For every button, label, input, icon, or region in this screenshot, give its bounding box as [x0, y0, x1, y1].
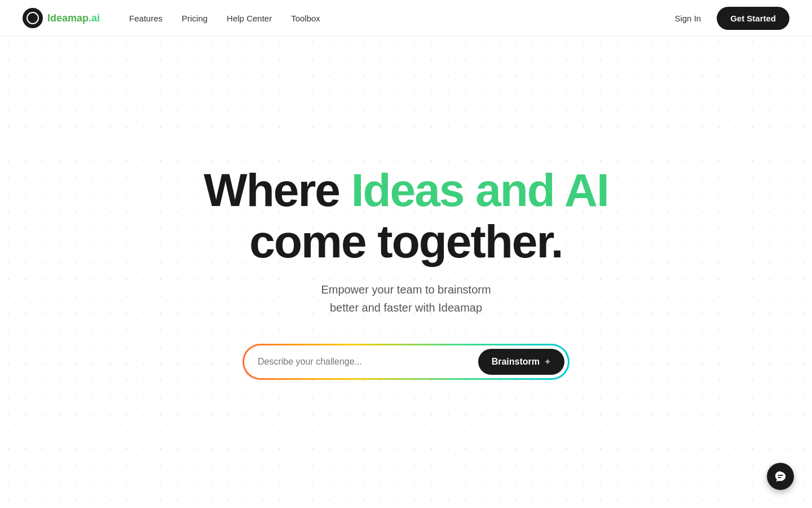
brainstorm-container: Brainstorm ✦: [242, 344, 570, 380]
navbar: Ideamap.ai Features Pricing Help Center …: [0, 0, 812, 37]
nav-link-features[interactable]: Features: [122, 9, 169, 28]
logo-icon: [23, 8, 43, 28]
brainstorm-button[interactable]: Brainstorm ✦: [478, 349, 564, 375]
hero-title-part2: come together.: [249, 216, 562, 267]
chat-icon: [774, 470, 787, 483]
hero-title-where: Where: [204, 164, 351, 216]
hero-title: Where Ideas and AI come together.: [204, 165, 608, 266]
nav-link-pricing[interactable]: Pricing: [175, 9, 214, 28]
brainstorm-input[interactable]: [258, 357, 474, 367]
sign-in-button[interactable]: Sign In: [668, 9, 708, 28]
nav-link-toolbox[interactable]: Toolbox: [284, 9, 327, 28]
hero-section: Where Ideas and AI come together. Empowe…: [0, 37, 812, 508]
hero-subtitle: Empower your team to brainstormbetter an…: [321, 281, 491, 317]
logo[interactable]: Ideamap.ai: [23, 8, 100, 28]
hero-title-highlight: Ideas and AI: [351, 164, 608, 216]
nav-links: Features Pricing Help Center Toolbox: [122, 9, 327, 28]
get-started-button[interactable]: Get Started: [717, 7, 789, 30]
brainstorm-label: Brainstorm: [492, 357, 540, 367]
nav-link-help-center[interactable]: Help Center: [220, 9, 279, 28]
chat-widget[interactable]: [767, 463, 794, 490]
nav-right: Sign In Get Started: [668, 7, 789, 30]
nav-left: Ideamap.ai Features Pricing Help Center …: [23, 8, 327, 28]
brainstorm-sparkle-icon: ✦: [544, 357, 551, 366]
brainstorm-inner: Brainstorm ✦: [244, 345, 568, 378]
logo-text: Ideamap.ai: [47, 12, 100, 24]
